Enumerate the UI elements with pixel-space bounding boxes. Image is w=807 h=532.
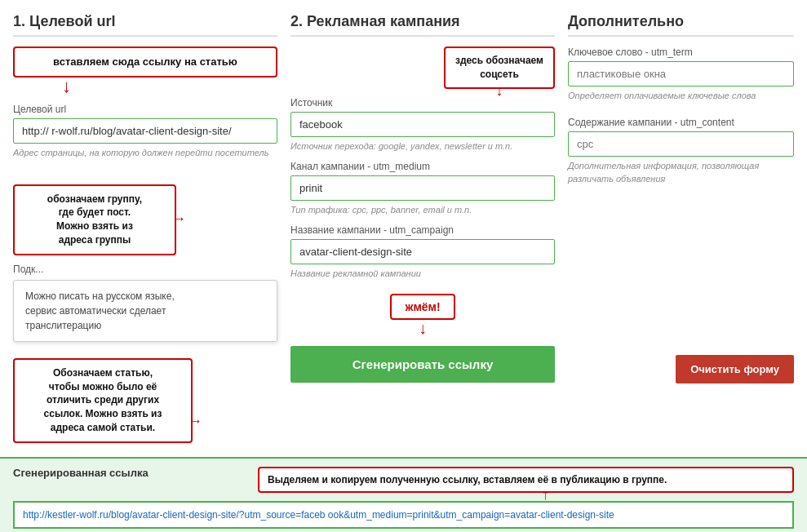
medium-hint: Тип трафика: cpc, ppc, banner, email и т… (290, 204, 555, 216)
section2-title: 2. Рекламная кампания (290, 13, 555, 37)
bottom-section: Сгенерированная ссылка Выделяем и копиру… (0, 457, 807, 532)
campaign-hint: Название рекламной кампании (290, 268, 555, 280)
copy-hint-box: Выделяем и копируем полученную ссылку, в… (258, 467, 794, 493)
clear-button[interactable]: Очистить форму (676, 355, 794, 383)
generated-left: Сгенерированная ссылка (13, 467, 258, 484)
subcampaign-label: Подк... (13, 264, 277, 275)
arrow-press: ↓ (390, 320, 454, 336)
source-hint: Источник перехода: google, yandex, newsl… (290, 140, 555, 153)
keyword-label: Ключевое слово - utm_term (568, 47, 794, 58)
column-2: 2. Рекламная кампания здесь обозначаем с… (290, 13, 568, 449)
arrow-social: ↓ (495, 81, 503, 101)
url-input[interactable] (13, 118, 277, 144)
section3-title: Дополнительно (568, 13, 794, 37)
ann-group-box: обозначаем группу, где будет пост. Можно… (13, 184, 176, 255)
column-1: 1. Целевой url вставляем сюда ссылку на … (13, 13, 290, 449)
ann-article-box: Обозначаем статью, чтобы можно было её о… (13, 358, 193, 443)
generated-url[interactable]: http://kestler-wolf.ru/blog/avatar-clien… (13, 501, 794, 529)
generated-right: Выделяем и копируем полученную ссылку, в… (258, 467, 794, 498)
keyword-hint: Определяет оплачиваемые ключевые слова (568, 90, 794, 102)
column-3: Дополнительно Ключевое слово - utm_term … (568, 13, 794, 449)
source-label: Источник (290, 97, 555, 109)
content-hint: Дополнительная информация, позволяющая р… (568, 160, 794, 185)
ann-press-box: жмём! (390, 294, 454, 320)
arrow-article: → (188, 411, 202, 432)
campaign-input[interactable] (290, 239, 555, 264)
content-input[interactable] (568, 131, 794, 157)
generate-button[interactable]: Сгенерировать ссылку (290, 346, 555, 383)
url-hint: Адрес страницы, на которую должен перейт… (13, 147, 277, 159)
generated-label: Сгенерированная ссылка (13, 467, 258, 479)
keyword-input[interactable] (568, 61, 794, 86)
source-input[interactable] (290, 112, 555, 137)
subcampaign-tooltip: Можно писать на русском языке, сервис ав… (13, 280, 277, 342)
arrow-copy: ↑ (542, 486, 549, 503)
ann-insert-box: вставляем сюда ссылку на статью (13, 47, 277, 78)
medium-input[interactable] (290, 175, 555, 201)
content-label: Содержание кампании - utm_content (568, 117, 794, 128)
medium-label: Канал кампании - utm_medium (290, 161, 555, 172)
arrow-group: → (171, 210, 186, 230)
campaign-label: Название кампании - utm_campaign (290, 224, 555, 236)
section1-title: 1. Целевой url (13, 13, 277, 37)
ann-social-box: здесь обозначаем соцсеть ↓ (444, 47, 555, 89)
url-label: Целевой url (13, 104, 277, 115)
arrow-insert: ↓ (13, 78, 277, 95)
